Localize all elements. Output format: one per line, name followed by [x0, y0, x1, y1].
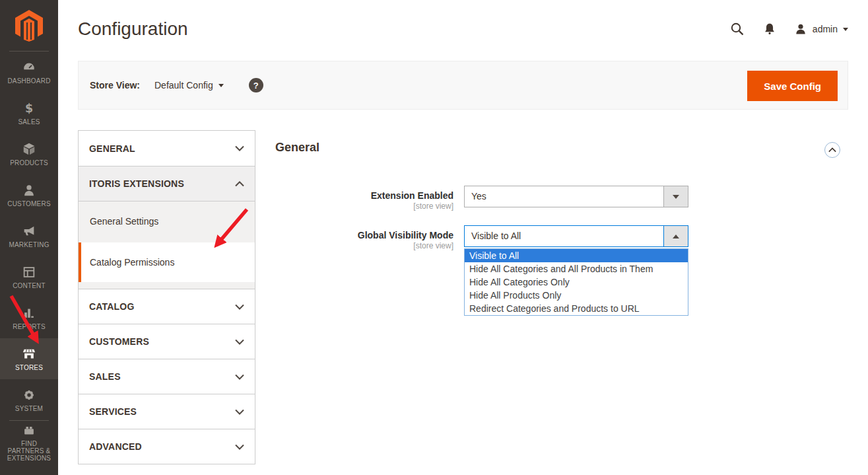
config-nav-section-catalog[interactable]: CATALOG [79, 289, 255, 324]
sidebar-item-sales[interactable]: $ SALES [0, 92, 58, 133]
sidebar-item-find-partners[interactable]: FIND PARTNERS & EXTENSIONS [0, 421, 58, 463]
itoris-extensions-submenu: General Settings Catalog Permissions [79, 201, 255, 289]
visibility-mode-dropdown: Visible to All Hide All Categories and A… [464, 248, 688, 316]
help-icon[interactable]: ? [249, 78, 263, 92]
page-header: Configuration admin [58, 0, 868, 58]
stores-icon [22, 347, 36, 361]
chevron-down-icon [235, 145, 244, 151]
nav-item-catalog-permissions[interactable]: Catalog Permissions [79, 242, 255, 282]
sidebar-item-customers[interactable]: CUSTOMERS [0, 174, 58, 215]
dropdown-option-hide-categories-and-products[interactable]: Hide All Categories and All Products in … [465, 262, 688, 275]
sidebar-item-label: STORES [13, 364, 45, 371]
collapse-section-button[interactable] [824, 142, 840, 158]
store-view-label: Store View: [90, 80, 140, 91]
section-label: ADVANCED [89, 441, 142, 452]
user-avatar-icon [794, 22, 807, 36]
dropdown-option-hide-categories-only[interactable]: Hide All Categories Only [465, 275, 688, 289]
marketing-icon [22, 224, 36, 238]
customers-icon [22, 183, 36, 198]
config-nav-section-advanced[interactable]: ADVANCED [79, 429, 255, 464]
field-scope: [store view] [275, 201, 453, 211]
select-arrow [663, 226, 688, 246]
chevron-down-icon [235, 339, 244, 345]
sidebar-item-products[interactable]: PRODUCTS [0, 133, 58, 174]
extension-enabled-select[interactable]: Yes [464, 186, 688, 207]
dropdown-option-visible-to-all[interactable]: Visible to All [465, 249, 688, 262]
system-icon [22, 388, 36, 402]
section-label: ITORIS EXTENSIONS [89, 178, 184, 189]
chevron-down-icon [235, 374, 244, 380]
admin-sidebar: DASHBOARD $ SALES PRODUCTS CUSTOMERS MAR… [0, 0, 58, 475]
sidebar-item-system[interactable]: SYSTEM [0, 379, 58, 420]
section-title: General [275, 141, 319, 154]
sidebar-item-label: FIND PARTNERS & EXTENSIONS [0, 440, 58, 462]
field-row-global-visibility-mode: Global Visibility Mode [store view] Visi… [275, 225, 848, 250]
dashboard-icon [22, 60, 36, 75]
sidebar-item-marketing[interactable]: MARKETING [0, 215, 58, 256]
section-label: GENERAL [89, 143, 135, 154]
store-view-toolbar: Store View: Default Config ? Save Config [78, 61, 848, 110]
subitem-label: General Settings [90, 216, 158, 227]
sidebar-item-content[interactable]: CONTENT [0, 256, 58, 297]
search-icon[interactable] [729, 21, 745, 37]
configuration-nav: GENERAL ITORIS EXTENSIONS General Settin… [78, 130, 255, 464]
content-icon [22, 265, 36, 279]
field-label: Global Visibility Mode [275, 230, 453, 240]
config-nav-section-itoris-extensions[interactable]: ITORIS EXTENSIONS [79, 166, 255, 201]
sidebar-item-stores[interactable]: STORES [0, 338, 58, 379]
products-icon [22, 142, 36, 157]
config-nav-section-general[interactable]: GENERAL [79, 131, 255, 166]
chevron-down-icon [235, 444, 244, 450]
sidebar-item-dashboard[interactable]: DASHBOARD [0, 52, 58, 92]
store-view-switcher[interactable]: Default Config [154, 80, 224, 91]
admin-username: admin [813, 24, 838, 34]
chevron-up-icon [235, 181, 244, 187]
magento-logo[interactable] [0, 0, 58, 51]
section-label: CUSTOMERS [89, 336, 149, 347]
section-label: CATALOG [89, 301, 135, 312]
sales-icon: $ [22, 101, 36, 116]
svg-text:$: $ [25, 101, 33, 114]
sidebar-item-label: DASHBOARD [5, 77, 52, 85]
triangle-up-icon [673, 235, 679, 238]
sidebar-item-reports[interactable]: REPORTS [0, 297, 58, 338]
config-nav-section-sales[interactable]: SALES [79, 359, 255, 394]
page-title: Configuration [78, 18, 188, 40]
sidebar-item-label: CUSTOMERS [5, 200, 53, 207]
subitem-label: Catalog Permissions [90, 257, 174, 268]
admin-user-menu[interactable]: admin [794, 22, 848, 36]
save-config-button[interactable]: Save Config [747, 71, 838, 101]
sidebar-item-label: CONTENT [11, 282, 48, 289]
chevron-down-icon [235, 409, 244, 415]
sidebar-item-label: SYSTEM [13, 405, 45, 412]
sidebar-item-label: MARKETING [7, 241, 51, 248]
chevron-down-icon [843, 28, 848, 31]
sidebar-item-label: SALES [16, 118, 42, 126]
global-visibility-mode-select[interactable]: Visible to All [464, 225, 688, 247]
magento-logo-icon [15, 10, 43, 42]
find-partners-icon [22, 423, 36, 437]
select-arrow [663, 186, 688, 207]
config-nav-section-services[interactable]: SERVICES [79, 394, 255, 429]
chevron-down-icon [218, 84, 224, 87]
sidebar-item-label: PRODUCTS [8, 159, 50, 166]
triangle-down-icon [673, 195, 679, 199]
dropdown-option-hide-products-only[interactable]: Hide All Products Only [465, 289, 688, 302]
select-value: Visible to All [471, 231, 521, 241]
section-label: SALES [89, 371, 121, 382]
config-content: General Extension Enabled [store view] Y… [275, 130, 848, 265]
notifications-bell-icon[interactable] [762, 21, 777, 37]
select-value: Yes [471, 191, 486, 201]
field-row-extension-enabled: Extension Enabled [store view] Yes [275, 186, 848, 211]
dropdown-option-redirect-to-url[interactable]: Redirect Categories and Products to URL [465, 302, 688, 315]
nav-item-general-settings[interactable]: General Settings [79, 201, 255, 241]
config-nav-section-customers[interactable]: CUSTOMERS [79, 324, 255, 359]
field-scope: [store view] [275, 241, 453, 250]
chevron-up-icon [828, 147, 836, 153]
store-view-value: Default Config [154, 80, 213, 91]
reports-icon [22, 306, 36, 320]
field-label: Extension Enabled [275, 190, 453, 201]
sidebar-item-label: REPORTS [11, 323, 48, 330]
chevron-down-icon [235, 304, 244, 310]
section-label: SERVICES [89, 406, 137, 417]
